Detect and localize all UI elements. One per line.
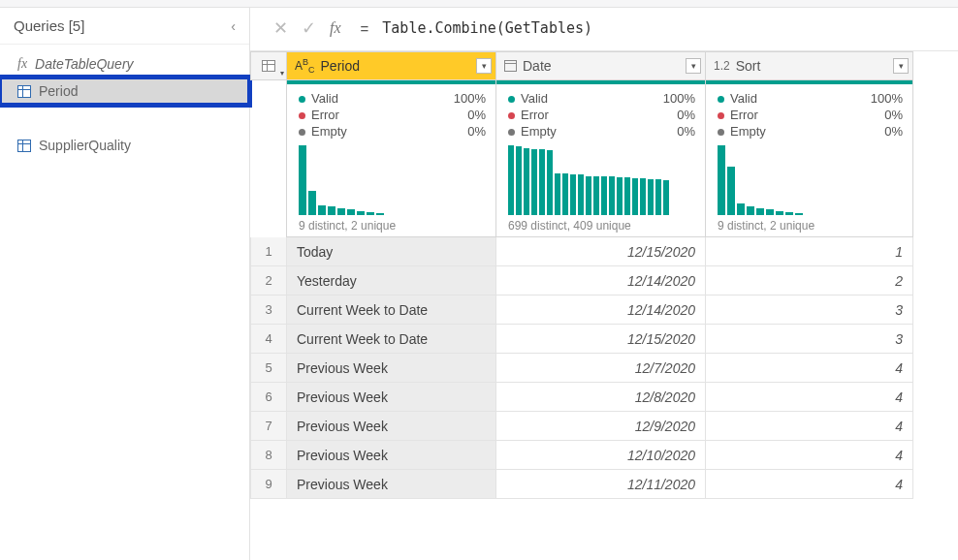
row-number: 7 [250, 412, 287, 441]
table-row[interactable]: 9Previous Week12/11/20204 [250, 470, 958, 499]
queries-header[interactable]: Queries [5] ‹ [0, 8, 249, 45]
column-name: Period [321, 58, 360, 74]
cell-sort[interactable]: 3 [706, 296, 913, 325]
cell-period[interactable]: Today [287, 237, 496, 266]
empty-pct: 0% [677, 124, 695, 139]
table-row[interactable]: 6Previous Week12/8/20204 [250, 383, 958, 412]
cell-date[interactable]: 12/8/2020 [496, 383, 706, 412]
cell-period[interactable]: Previous Week [287, 354, 496, 383]
table-icon [262, 60, 275, 72]
cell-period[interactable]: Previous Week [287, 470, 496, 499]
error-label: Error [311, 108, 339, 122]
empty-label: Empty [521, 124, 557, 139]
query-item-supplierquality[interactable]: SupplierQuality [0, 132, 249, 159]
cancel-formula-icon[interactable]: ✕ [273, 17, 288, 39]
query-item-period[interactable]: Period [0, 78, 249, 105]
cell-date[interactable]: 12/10/2020 [496, 441, 706, 470]
cell-date[interactable]: 12/7/2020 [496, 354, 706, 383]
cell-date[interactable]: 12/15/2020 [496, 325, 706, 354]
commit-formula-icon[interactable]: ✓ [302, 17, 316, 39]
cell-sort[interactable]: 4 [706, 383, 913, 412]
cell-date[interactable]: 12/11/2020 [496, 470, 706, 499]
cell-period[interactable]: Current Week to Date [287, 296, 496, 325]
table-row[interactable]: 5Previous Week12/7/20204 [250, 354, 958, 383]
distinct-summary: 699 distinct, 409 unique [508, 219, 695, 233]
error-pct: 0% [677, 108, 695, 122]
cell-period[interactable]: Current Week to Date [287, 325, 496, 354]
cell-sort[interactable]: 3 [706, 325, 913, 354]
filter-dropdown-icon[interactable]: ▾ [476, 58, 492, 74]
cell-sort[interactable]: 4 [706, 354, 913, 383]
error-label: Error [521, 108, 549, 122]
column-name: Sort [736, 58, 761, 74]
empty-pct: 0% [884, 124, 903, 139]
cell-period[interactable]: Previous Week [287, 412, 496, 441]
column-profile-period: Valid100% Error0% Empty0% 9 distinct, 2 … [287, 80, 496, 237]
query-item-datetablequery[interactable]: fx DateTableQuery [0, 50, 249, 78]
row-number: 3 [250, 296, 287, 325]
row-number: 1 [250, 237, 287, 266]
table-row[interactable]: 1Today12/15/20201 [250, 237, 958, 266]
row-number: 6 [250, 383, 287, 412]
cell-period[interactable]: Yesterday [287, 266, 496, 296]
distribution-chart [508, 145, 695, 215]
cell-sort[interactable]: 1 [706, 237, 913, 266]
collapse-chevron-icon[interactable]: ‹ [231, 18, 236, 34]
queries-pane: Queries [5] ‹ fx DateTableQuery Period S… [0, 8, 250, 560]
filter-dropdown-icon[interactable]: ▾ [893, 58, 909, 74]
table-row[interactable]: 8Previous Week12/10/20204 [250, 441, 958, 470]
cell-date[interactable]: 12/15/2020 [496, 237, 706, 266]
formula-eq: = [361, 20, 369, 37]
editor-pane: ✕ ✓ fx = Table.Combine(GetTables) ▾ ABC … [250, 8, 958, 560]
table-row[interactable]: 4Current Week to Date12/15/20203 [250, 325, 958, 354]
row-number: 8 [250, 441, 287, 470]
type-text-icon: ABC [295, 57, 315, 75]
valid-pct: 100% [454, 91, 486, 106]
formula-input[interactable]: Table.Combine(GetTables) [382, 19, 592, 37]
data-grid: ▾ ABC Period ▾ Date ▾ 1.2 Sort [250, 51, 958, 499]
distinct-summary: 9 distinct, 2 unique [299, 219, 486, 233]
fx-icon[interactable]: fx [330, 19, 341, 37]
valid-label: Valid [521, 91, 548, 106]
empty-label: Empty [311, 124, 347, 139]
cell-sort[interactable]: 4 [706, 470, 913, 499]
distribution-chart [299, 145, 486, 215]
table-icon [17, 140, 31, 152]
data-rows: 1Today12/15/202012Yesterday12/14/202023C… [250, 237, 958, 499]
table-row[interactable]: 2Yesterday12/14/20202 [250, 266, 958, 296]
empty-pct: 0% [467, 124, 486, 139]
valid-pct: 100% [871, 91, 903, 106]
filter-dropdown-icon[interactable]: ▾ [686, 58, 701, 74]
cell-date[interactable]: 12/14/2020 [496, 296, 706, 325]
ribbon-strip [0, 0, 958, 8]
cell-period[interactable]: Previous Week [287, 441, 496, 470]
row-number: 4 [250, 325, 287, 354]
cell-date[interactable]: 12/14/2020 [496, 266, 706, 296]
row-index-header[interactable]: ▾ [250, 51, 287, 80]
row-number: 9 [250, 470, 287, 499]
cell-sort[interactable]: 4 [706, 441, 913, 470]
query-label: DateTableQuery [35, 56, 133, 72]
query-label: SupplierQuality [39, 138, 131, 153]
type-date-icon [504, 60, 517, 72]
formula-bar: ✕ ✓ fx = Table.Combine(GetTables) [250, 8, 958, 51]
column-headers: ▾ ABC Period ▾ Date ▾ 1.2 Sort [250, 51, 958, 80]
column-header-date[interactable]: Date ▾ [496, 51, 706, 80]
query-label: Period [39, 83, 78, 99]
queries-title: Queries [5] [14, 17, 84, 34]
table-row[interactable]: 3Current Week to Date12/14/20203 [250, 296, 958, 325]
column-header-period[interactable]: ABC Period ▾ [287, 51, 496, 80]
distinct-summary: 9 distinct, 2 unique [718, 219, 903, 233]
error-pct: 0% [467, 108, 486, 122]
column-header-sort[interactable]: 1.2 Sort ▾ [706, 51, 913, 80]
fx-icon: fx [17, 56, 27, 72]
cell-sort[interactable]: 2 [706, 266, 913, 296]
valid-pct: 100% [663, 91, 695, 106]
table-row[interactable]: 7Previous Week12/9/20204 [250, 412, 958, 441]
cell-date[interactable]: 12/9/2020 [496, 412, 706, 441]
cell-sort[interactable]: 4 [706, 412, 913, 441]
empty-label: Empty [730, 124, 766, 139]
column-profile-sort: Valid100% Error0% Empty0% 9 distinct, 2 … [706, 80, 913, 237]
table-icon [17, 85, 31, 98]
cell-period[interactable]: Previous Week [287, 383, 496, 412]
